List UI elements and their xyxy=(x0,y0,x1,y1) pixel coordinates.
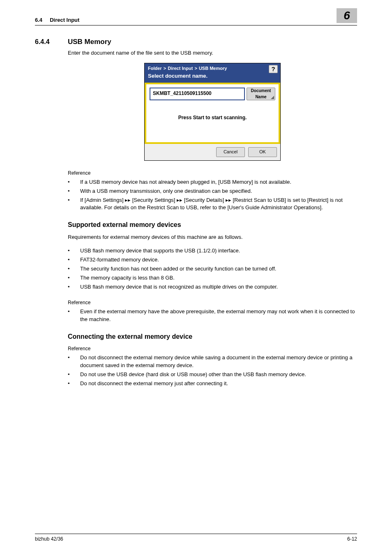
chapter-number: 6 xyxy=(344,7,350,24)
header-section-num: 6.4 xyxy=(35,17,42,23)
cancel-label: Cancel xyxy=(224,149,238,155)
expand-icon xyxy=(271,96,274,99)
section-lead: Enter the document name of the file sent… xyxy=(68,49,357,57)
document-name-field[interactable]: SKMBT_42110509115500 xyxy=(150,88,245,100)
list-item: Do not disconnect the external memory de… xyxy=(68,354,357,370)
breadcrumb: Folder > Direct Input > USB Memory xyxy=(148,65,277,72)
ok-button[interactable]: OK xyxy=(248,147,277,157)
connecting-heading: Connecting the external memory device xyxy=(68,332,357,341)
section-heading: 6.4.4 USB Memory xyxy=(35,37,357,47)
breadcrumb-a: Folder xyxy=(148,66,162,71)
breadcrumb-c: USB Memory xyxy=(199,66,227,71)
screenshot-subtitle: Select document name. xyxy=(148,72,277,80)
docname-btn-line1: Document xyxy=(251,88,271,94)
header-section-title: Direct Input xyxy=(50,17,79,23)
press-start-message: Press Start to start scanning. xyxy=(150,114,275,121)
reference-label: Reference xyxy=(68,170,357,177)
reference-label: Reference xyxy=(68,299,357,306)
screenshot-titlebar: Folder > Direct Input > USB Memory Selec… xyxy=(145,63,280,83)
header-left: 6.4 Direct Input xyxy=(35,16,79,24)
chapter-tab: 6 xyxy=(337,8,357,23)
list-item: USB flash memory device that is not reco… xyxy=(68,283,357,291)
supported-list: USB flash memory device that supports th… xyxy=(68,247,357,291)
breadcrumb-sep: > xyxy=(164,66,166,71)
section-number: 6.4.4 xyxy=(35,37,60,47)
ok-label: OK xyxy=(259,149,266,155)
reference-list-1: If a USB memory device has not already b… xyxy=(68,178,357,212)
document-name-value: SKMBT_42110509115500 xyxy=(153,90,212,96)
list-item: Do not disconnect the external memory ju… xyxy=(68,380,357,388)
list-item: FAT32-formatted memory device. xyxy=(68,256,357,264)
list-item: Do not use the USB device (hard disk or … xyxy=(68,371,357,379)
page-header: 6.4 Direct Input xyxy=(35,16,357,25)
list-item: USB flash memory device that supports th… xyxy=(68,247,357,255)
cancel-button[interactable]: Cancel xyxy=(216,147,245,157)
section-title: USB Memory xyxy=(68,37,111,47)
breadcrumb-sep: > xyxy=(194,66,197,71)
device-screenshot: Folder > Direct Input > USB Memory Selec… xyxy=(144,63,281,160)
footer-right: 6-12 xyxy=(347,536,357,543)
list-item: The memory capacity is less than 8 GB. xyxy=(68,274,357,282)
reference-label: Reference xyxy=(68,345,357,352)
list-item: Even if the external memory have the abo… xyxy=(68,308,357,324)
screenshot-body: SKMBT_42110509115500 Document Name Press… xyxy=(145,83,280,142)
document-name-button[interactable]: Document Name xyxy=(247,88,275,100)
footer-left: bizhub 42/36 xyxy=(35,536,63,543)
help-button[interactable]: ? xyxy=(269,65,278,73)
list-item: The security function has not been added… xyxy=(68,265,357,273)
list-item: If [Admin Settings] ▸▸ [Security Setting… xyxy=(68,197,357,212)
breadcrumb-b: Direct Input xyxy=(168,66,193,71)
docname-btn-line2: Name xyxy=(255,94,266,100)
list-item: If a USB memory device has not already b… xyxy=(68,178,357,186)
page-footer: bizhub 42/36 6-12 xyxy=(35,534,357,543)
screenshot-footer: Cancel OK xyxy=(145,142,280,160)
supported-lead: Requirements for external memory devices… xyxy=(68,234,357,241)
help-icon: ? xyxy=(271,65,275,74)
supported-ref-list: Even if the external memory have the abo… xyxy=(68,308,357,324)
connecting-list: Do not disconnect the external memory de… xyxy=(68,354,357,387)
list-item: With a USB memory transmission, only one… xyxy=(68,187,357,195)
supported-heading: Supported external memory devices xyxy=(68,220,357,229)
